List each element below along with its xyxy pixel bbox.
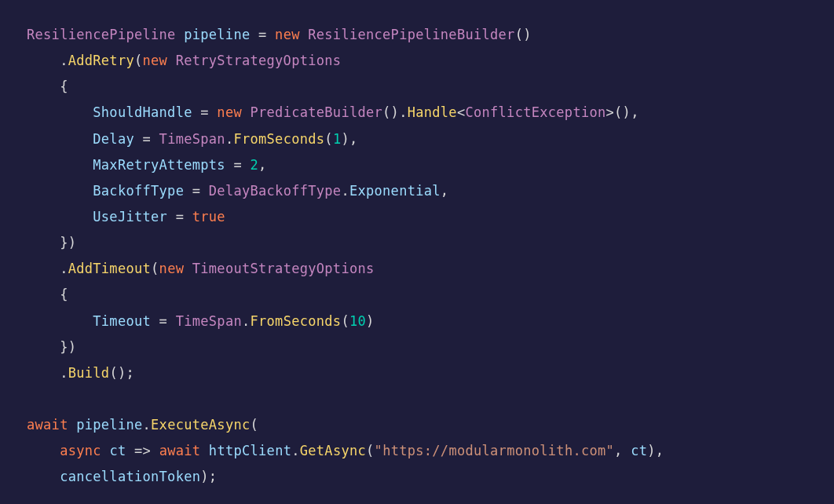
code-token	[267, 27, 276, 42]
code-token	[27, 104, 93, 120]
code-token: BackoffType	[93, 183, 184, 199]
code-token	[151, 443, 159, 458]
code-token: })	[27, 235, 76, 250]
code-token: .	[27, 365, 68, 381]
code-line: ResiliencePipeline pipeline = new Resili…	[27, 27, 532, 42]
code-line: })	[27, 339, 76, 355]
code-token	[176, 27, 185, 42]
code-token: MaxRetryAttempts	[93, 157, 225, 173]
code-token: TimeSpan	[176, 313, 242, 329]
code-token	[101, 443, 110, 458]
code-line: BackoffType = DelayBackoffType.Exponenti…	[27, 183, 448, 199]
code-token: PredicateBuilder	[251, 104, 383, 120]
code-token: ct	[631, 443, 647, 458]
code-token: =>	[134, 443, 151, 458]
code-token	[27, 313, 93, 329]
code-token: =	[143, 131, 152, 147]
code-token: .	[341, 183, 349, 199]
code-token: <	[457, 104, 466, 120]
code-token: new	[217, 104, 242, 120]
code-token	[184, 183, 192, 199]
code-token: await	[27, 417, 68, 433]
code-token: new	[275, 27, 300, 42]
code-token: ct	[109, 443, 126, 458]
code-token: ();	[109, 365, 134, 381]
code-token: .	[225, 131, 234, 147]
code-token: =	[159, 313, 168, 329]
code-line: .AddRetry(new RetryStrategyOptions	[27, 53, 341, 68]
code-token: ,	[614, 443, 631, 458]
code-token	[200, 183, 209, 199]
code-token: GetAsync	[300, 443, 366, 458]
code-line: async ct => await httpClient.GetAsync("h…	[27, 443, 664, 458]
code-token: FromSeconds	[233, 131, 324, 147]
code-token: true	[192, 209, 225, 225]
code-token: async	[60, 443, 101, 458]
code-token: "https://modularmonolith.com"	[375, 443, 615, 458]
code-token: ExecuteAsync	[151, 417, 250, 433]
code-line: .AddTimeout(new TimeoutStrategyOptions	[27, 261, 375, 276]
code-token: Handle	[408, 104, 457, 120]
code-token	[184, 261, 192, 276]
code-token: ConflictException	[465, 104, 605, 120]
code-line: ShouldHandle = new PredicateBuilder().Ha…	[27, 104, 639, 120]
code-line: .Build();	[27, 365, 134, 381]
code-token	[151, 313, 159, 329]
code-token: Timeout	[93, 313, 151, 329]
code-token: Delay	[93, 131, 134, 147]
code-line: cancellationToken);	[27, 469, 217, 484]
code-token: =	[192, 183, 201, 199]
code-token: ResiliencePipeline	[27, 27, 176, 42]
code-token	[27, 157, 93, 173]
code-token	[250, 27, 258, 42]
code-token: await	[159, 443, 201, 458]
code-token	[151, 131, 159, 147]
code-token: =	[176, 209, 185, 225]
code-token: ),	[341, 131, 357, 147]
code-token	[209, 104, 218, 120]
code-token: new	[159, 261, 185, 276]
code-token: ,	[258, 157, 267, 173]
code-token: 10	[349, 313, 366, 329]
code-token: new	[143, 53, 168, 68]
code-line: {	[27, 79, 68, 94]
code-token: ().	[382, 104, 408, 120]
code-token: FromSeconds	[251, 313, 342, 329]
code-token	[27, 469, 60, 484]
code-token: DelayBackoffType	[209, 183, 342, 199]
code-token: (	[151, 261, 159, 276]
code-token	[27, 183, 93, 199]
code-token: pipeline	[76, 417, 142, 433]
code-token	[167, 313, 176, 329]
code-token: )	[366, 313, 375, 329]
code-token: .	[27, 53, 68, 68]
code-token: .	[242, 313, 251, 329]
code-token: TimeoutStrategyOptions	[192, 261, 375, 276]
code-token: ,	[441, 183, 449, 199]
code-token: ),	[647, 443, 664, 458]
code-token: =	[233, 157, 242, 173]
code-token: (	[134, 53, 143, 68]
code-token	[242, 104, 251, 120]
code-token: (	[341, 313, 349, 329]
code-token	[27, 209, 93, 225]
code-token: ResiliencePipelineBuilder	[308, 27, 514, 42]
code-token: UseJitter	[93, 209, 167, 225]
code-token: (	[366, 443, 375, 458]
code-token: httpClient	[209, 443, 291, 458]
code-token: .	[291, 443, 300, 458]
code-line: Timeout = TimeSpan.FromSeconds(10)	[27, 313, 375, 329]
code-token: cancellationToken	[60, 469, 200, 484]
code-token: =	[200, 104, 209, 120]
code-token	[192, 104, 201, 120]
code-content: ResiliencePipeline pipeline = new Resili…	[27, 27, 664, 484]
code-block: ResiliencePipeline pipeline = new Resili…	[0, 0, 834, 504]
code-token: {	[27, 287, 68, 302]
code-token: pipeline	[184, 27, 250, 42]
code-token: TimeSpan	[159, 131, 225, 147]
code-token: .	[143, 417, 152, 433]
code-token: RetryStrategyOptions	[176, 53, 342, 68]
code-token	[134, 131, 143, 147]
code-token: 2	[250, 157, 258, 173]
code-token	[184, 209, 192, 225]
